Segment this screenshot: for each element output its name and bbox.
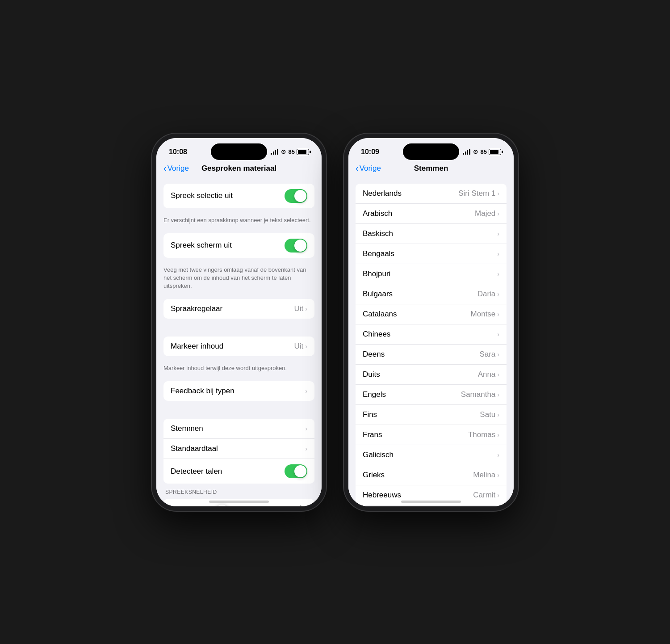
toggle-spreek-scherm[interactable] (285, 239, 307, 253)
battery-label-1: 85 (289, 148, 295, 155)
list-item-frans[interactable]: FransThomas› (356, 425, 507, 445)
wifi-icon-1: ⊙ (281, 148, 286, 155)
list-item-engels[interactable]: EngelsSamantha› (356, 385, 507, 405)
voice-name-1: Majed (475, 209, 495, 218)
list-item-fins[interactable]: FinsSatu› (356, 405, 507, 425)
language-value-8: Sara› (479, 350, 499, 359)
language-label-8: Deens (363, 350, 385, 359)
label-detecteer: Detecteer talen (171, 467, 222, 476)
list-item-duits[interactable]: DuitsAnna› (356, 365, 507, 385)
back-chevron-1: ‹ (163, 164, 167, 173)
language-label-7: Chinees (363, 330, 390, 339)
nav-bar-1: ‹ Vorige Gesproken materiaal (156, 162, 322, 178)
row-spreek-selectie[interactable]: Spreek selectie uit (163, 184, 314, 208)
voice-name-5: Daria (477, 290, 496, 299)
list-item-hindi[interactable]: HindiLekha› (356, 505, 507, 506)
battery-body-2 (489, 149, 501, 155)
home-indicator-1 (209, 501, 269, 503)
language-label-4: Bhojpuri (363, 269, 390, 278)
slider-thumb[interactable] (216, 505, 228, 506)
language-value-11: Satu› (480, 410, 499, 419)
chevron-markeer: › (305, 343, 307, 350)
row-spreek-scherm[interactable]: Spreek scherm uit (163, 233, 314, 258)
row-feedback[interactable]: Feedback bij typen › (163, 381, 314, 401)
language-label-3: Bengaals (363, 249, 394, 258)
battery-body-1 (297, 149, 309, 155)
list-item-arabisch[interactable]: ArabischMajed› (356, 204, 507, 224)
language-value-15: Carmit› (473, 491, 499, 500)
battery-fill-1 (298, 150, 307, 154)
signal-icon-1 (271, 149, 278, 155)
toggle-knob-spreek-scherm (294, 240, 306, 252)
language-value-13: › (497, 451, 499, 459)
list-item-galicisch[interactable]: Galicisch› (356, 445, 507, 465)
list-item-bengaals[interactable]: Bengaals› (356, 244, 507, 264)
time-1: 10:08 (169, 148, 187, 156)
chevron-standaardtaal: › (305, 445, 307, 452)
fast-speed-icon: 🐇 (295, 505, 307, 506)
spacer-1 (156, 324, 322, 331)
language-label-9: Duits (363, 370, 380, 379)
row-detecteer[interactable]: Detecteer talen (163, 459, 314, 484)
phone-1: 10:08 ⊙ 85 ‹ Vorige Gesproken mate (152, 134, 326, 511)
caption-spreek-scherm: Veeg met twee vingers omlaag vanaf de bo… (156, 263, 322, 294)
language-value-5: Daria› (477, 290, 499, 299)
chevron-lang-3: › (497, 250, 499, 257)
toggle-spreek-selectie[interactable] (285, 189, 307, 203)
row-stemmen[interactable]: Stemmen › (163, 419, 314, 439)
voice-name-8: Sara (479, 350, 495, 359)
toggle-knob-detecteer (294, 465, 306, 477)
language-label-14: Grieks (363, 471, 385, 480)
label-spraakregelaar: Spraakregelaar (171, 304, 222, 313)
back-button-2[interactable]: ‹ Vorige (356, 164, 381, 173)
phone-1-content: 10:08 ⊙ 85 ‹ Vorige Gesproken mate (156, 138, 322, 506)
voice-name-0: Siri Stem 1 (458, 189, 495, 198)
back-label-1: Vorige (168, 164, 189, 173)
list-item-baskisch[interactable]: Baskisch› (356, 224, 507, 244)
stemmen-list: NederlandsSiri Stem 1›ArabischMajed›Bask… (356, 184, 507, 506)
value-spraakregelaar: Uit › (294, 304, 307, 313)
dynamic-island-2 (403, 143, 459, 160)
chevron-lang-1: › (497, 210, 499, 217)
language-label-10: Engels (363, 390, 386, 399)
list-item-bhojpuri[interactable]: Bhojpuri› (356, 264, 507, 284)
chevron-lang-12: › (497, 431, 499, 438)
screen-content-2: NederlandsSiri Stem 1›ArabischMajed›Bask… (348, 178, 514, 506)
list-item-grieks[interactable]: GrieksMelina› (356, 465, 507, 485)
label-standaardtaal: Standaardtaal (171, 444, 218, 453)
speed-label: SPREEKSNELHEID (163, 489, 314, 495)
battery-icon-1: 85 (289, 148, 309, 155)
list-item-bulgaars[interactable]: BulgaarsDaria› (356, 284, 507, 304)
phone-2: 10:09 ⊙ 85 ‹ Vorige Stemmen (344, 134, 518, 511)
value-text-spraakregelaar: Uit (294, 304, 304, 313)
list-item-chinees[interactable]: Chinees› (356, 324, 507, 345)
speed-section: SPREEKSNELHEID 🐢 🐇 (163, 489, 314, 506)
voice-name-14: Melina (473, 471, 495, 480)
row-markeer[interactable]: Markeer inhoud Uit › (163, 337, 314, 356)
dynamic-island-1 (211, 143, 267, 160)
toggle-detecteer[interactable] (285, 464, 307, 478)
chevron-lang-0: › (497, 190, 499, 197)
chevron-stemmen: › (305, 425, 307, 432)
back-label-2: Vorige (360, 164, 381, 173)
language-value-1: Majed› (475, 209, 499, 218)
list-item-catalaans[interactable]: CatalaansMontse› (356, 304, 507, 324)
label-feedback: Feedback bij typen (171, 387, 234, 396)
row-standaardtaal[interactable]: Standaardtaal › (163, 439, 314, 459)
row-spraakregelaar[interactable]: Spraakregelaar Uit › (163, 299, 314, 319)
chevron-lang-10: › (497, 391, 499, 398)
list-item-deens[interactable]: DeensSara› (356, 345, 507, 365)
back-button-1[interactable]: ‹ Vorige (163, 164, 189, 173)
chevron-lang-14: › (497, 471, 499, 479)
value-text-markeer: Uit (294, 342, 304, 351)
language-value-14: Melina› (473, 471, 499, 480)
language-value-6: Montse› (471, 310, 499, 319)
language-label-0: Nederlands (363, 189, 402, 198)
list-item-nederlands[interactable]: NederlandsSiri Stem 1› (356, 184, 507, 204)
status-icons-2: ⊙ 85 (463, 148, 501, 155)
battery-label-2: 85 (481, 148, 487, 155)
group-markeer: Markeer inhoud Uit › (163, 337, 314, 356)
phone-2-content: 10:09 ⊙ 85 ‹ Vorige Stemmen (348, 138, 514, 506)
nav-bar-2: ‹ Vorige Stemmen (348, 162, 514, 178)
nav-title-2: Stemmen (414, 164, 448, 173)
